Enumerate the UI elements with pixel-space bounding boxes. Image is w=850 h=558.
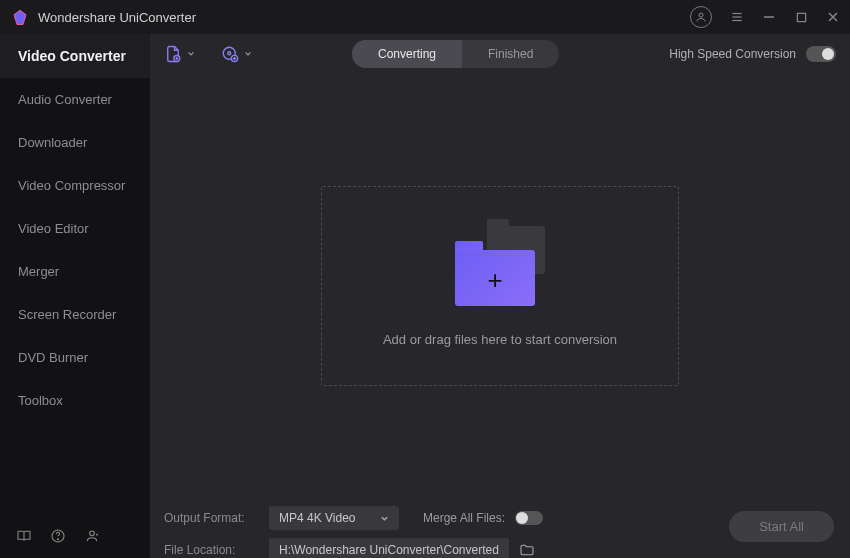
add-dvd-button[interactable] <box>221 45 252 63</box>
sidebar-item-dvd-burner[interactable]: DVD Burner <box>0 336 150 379</box>
sidebar: Video Converter Audio Converter Download… <box>0 34 150 558</box>
svg-point-10 <box>90 531 95 536</box>
svg-point-15 <box>228 52 231 55</box>
output-format-value: MP4 4K Video <box>279 511 356 525</box>
tab-converting[interactable]: Converting <box>352 40 462 68</box>
app-logo-icon <box>10 7 30 27</box>
high-speed-toggle[interactable] <box>806 46 836 62</box>
svg-point-0 <box>699 13 703 17</box>
titlebar: Wondershare UniConverter <box>0 0 850 34</box>
start-all-button[interactable]: Start All <box>729 511 834 542</box>
contact-icon[interactable] <box>84 528 100 544</box>
output-format-select[interactable]: MP4 4K Video <box>269 506 399 530</box>
main-panel: Converting Finished High Speed Conversio… <box>150 34 850 558</box>
output-format-label: Output Format: <box>164 511 259 525</box>
status-tabs: Converting Finished <box>352 40 559 68</box>
chevron-down-icon <box>187 50 195 58</box>
high-speed-label: High Speed Conversion <box>669 47 796 61</box>
sidebar-item-merger[interactable]: Merger <box>0 250 150 293</box>
tab-finished[interactable]: Finished <box>462 40 559 68</box>
file-location-label: File Location: <box>164 543 259 557</box>
chevron-down-icon <box>380 514 389 523</box>
svg-rect-5 <box>797 13 805 21</box>
app-title: Wondershare UniConverter <box>38 10 690 25</box>
close-icon[interactable] <box>826 10 840 24</box>
sidebar-item-video-editor[interactable]: Video Editor <box>0 207 150 250</box>
svg-point-9 <box>57 539 58 540</box>
merge-toggle[interactable] <box>515 511 543 525</box>
file-location-input[interactable]: H:\Wondershare UniConverter\Converted <box>269 538 509 558</box>
browse-folder-icon[interactable] <box>519 542 535 558</box>
account-icon[interactable] <box>690 6 712 28</box>
add-folder-icon: + <box>455 226 545 306</box>
chevron-down-icon <box>244 50 252 58</box>
maximize-icon[interactable] <box>794 10 808 24</box>
sidebar-item-video-compressor[interactable]: Video Compressor <box>0 164 150 207</box>
sidebar-item-toolbox[interactable]: Toolbox <box>0 379 150 422</box>
merge-label: Merge All Files: <box>423 511 505 525</box>
dropzone[interactable]: + Add or drag files here to start conver… <box>321 186 679 386</box>
sidebar-item-video-converter[interactable]: Video Converter <box>0 34 150 78</box>
topbar: Converting Finished High Speed Conversio… <box>150 34 850 74</box>
add-file-button[interactable] <box>164 45 195 63</box>
sidebar-item-screen-recorder[interactable]: Screen Recorder <box>0 293 150 336</box>
menu-icon[interactable] <box>730 10 744 24</box>
sidebar-item-downloader[interactable]: Downloader <box>0 121 150 164</box>
tutorial-icon[interactable] <box>16 528 32 544</box>
minimize-icon[interactable] <box>762 10 776 24</box>
sidebar-item-audio-converter[interactable]: Audio Converter <box>0 78 150 121</box>
dropzone-text: Add or drag files here to start conversi… <box>383 332 617 347</box>
help-icon[interactable] <box>50 528 66 544</box>
